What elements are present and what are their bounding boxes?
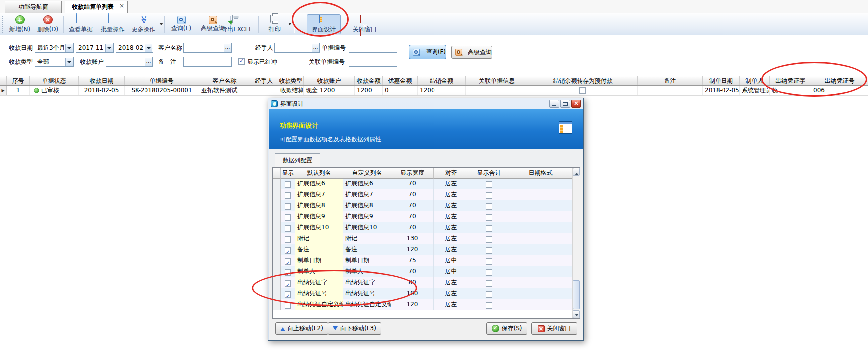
config-grid-row[interactable]: 备注 备注 120 居左 (273, 244, 572, 255)
visible-checkbox[interactable] (285, 181, 291, 188)
visible-checkbox[interactable] (285, 225, 291, 232)
table-row[interactable]: ▶ 1 已审核 2018-02-05 SK-20180205-00001 亚拓软… (0, 86, 868, 96)
date-preset-select[interactable]: 最近3个月 (35, 43, 74, 53)
column-header[interactable]: 制单人 (740, 76, 770, 85)
cell-align[interactable]: 居左 (434, 244, 469, 255)
config-grid-row[interactable]: 出纳凭证自定义编 出纳凭证自定义编 120 居左 (273, 299, 572, 310)
docno-input[interactable] (349, 43, 397, 52)
cell-align[interactable]: 居左 (434, 179, 469, 189)
ui-design-button[interactable]: 界面设计 (307, 14, 341, 34)
config-grid-row[interactable]: 扩展信息8 扩展信息8 70 居左 (273, 200, 572, 211)
cell-date-format[interactable] (509, 211, 572, 222)
column-header[interactable]: 收款日期 (79, 76, 125, 85)
chevron-down-icon[interactable] (159, 23, 163, 27)
date-to-select[interactable]: 2018-02-05 (116, 43, 153, 53)
visible-checkbox[interactable] (285, 258, 291, 265)
config-grid-row[interactable]: 扩展信息9 扩展信息9 70 居左 (273, 211, 572, 222)
column-header[interactable]: 序号 (7, 76, 30, 85)
cell-align[interactable]: 居中 (434, 255, 469, 266)
close-window-button[interactable]: 关闭窗口 (349, 14, 381, 34)
show-total-checkbox[interactable] (486, 192, 492, 199)
visible-checkbox[interactable] (285, 236, 291, 243)
cell-date-format[interactable] (509, 233, 572, 244)
cell-custom-name[interactable]: 扩展信息6 (343, 179, 391, 189)
column-header[interactable]: 备注 (638, 76, 703, 85)
cell-custom-name[interactable]: 制单人 (343, 266, 391, 277)
cell-align[interactable]: 居左 (434, 288, 469, 299)
config-grid-row[interactable]: 制单日期 制单日期 75 居中 (273, 255, 572, 266)
cell-default-name[interactable]: 扩展信息7 (295, 189, 343, 200)
add-button[interactable]: 新增(N) (7, 14, 33, 34)
cell-date-format[interactable] (509, 255, 572, 266)
cell-default-name[interactable]: 出纳凭证号 (295, 288, 343, 299)
lookup-ellipsis-icon[interactable]: … (145, 58, 152, 66)
tab-receipt-settlement-list[interactable]: 收款结算单列表 × (65, 1, 128, 13)
lookup-ellipsis-icon[interactable]: … (224, 44, 231, 52)
show-red-checkbox[interactable] (238, 58, 245, 65)
show-total-checkbox[interactable] (486, 280, 492, 287)
cell-width[interactable]: 70 (391, 222, 434, 233)
config-grid-row[interactable]: 出纳凭证字 出纳凭证字 80 居左 (273, 277, 572, 288)
cell-custom-name[interactable]: 附记 (343, 233, 391, 244)
cell-default-name[interactable]: 备注 (295, 244, 343, 255)
save-button[interactable]: 保存(S) (486, 322, 527, 335)
column-header[interactable]: 对齐 (434, 168, 469, 179)
cell-custom-name[interactable]: 备注 (343, 244, 391, 255)
column-header[interactable]: 显示 (281, 168, 295, 179)
view-doc-button[interactable]: 查看单据 (66, 14, 96, 34)
scrollbar-thumb[interactable] (573, 280, 580, 309)
cell-custom-name[interactable]: 扩展信息10 (343, 222, 391, 233)
cell-align[interactable]: 居左 (434, 233, 469, 244)
batch-ops-button[interactable]: 批量操作 (98, 14, 128, 34)
cell-default-name[interactable]: 扩展信息8 (295, 200, 343, 211)
cell-date-format[interactable] (509, 244, 572, 255)
delete-button[interactable]: 删除(D) (35, 14, 61, 34)
column-header[interactable]: 客户名称 (199, 76, 250, 85)
visible-checkbox[interactable] (285, 291, 291, 298)
query-filter-button[interactable]: 查询(F) (409, 45, 446, 59)
show-total-checkbox[interactable] (486, 203, 492, 210)
visible-checkbox[interactable] (285, 280, 291, 287)
column-header[interactable]: 显示合计 (469, 168, 509, 179)
cell-width[interactable]: 75 (391, 255, 434, 266)
move-down-button[interactable]: 向下移动(F3) (328, 322, 381, 335)
dropdown-arrow-icon[interactable] (145, 44, 152, 52)
visible-checkbox[interactable] (285, 269, 291, 276)
dropdown-arrow-icon[interactable] (65, 58, 73, 66)
query-button[interactable]: 查询(F) (167, 14, 195, 34)
print-button[interactable]: 打印 (263, 14, 286, 34)
column-header[interactable]: 日期格式 (509, 168, 572, 179)
cell-custom-name[interactable]: 扩展信息9 (343, 211, 391, 222)
tab-data-columns[interactable]: 数据列配置 (275, 153, 320, 167)
move-up-button[interactable]: 向上移动(F2) (275, 322, 328, 335)
show-total-checkbox[interactable] (486, 247, 492, 254)
cell-default-name[interactable]: 出纳凭证自定义编 (295, 299, 343, 310)
cell-custom-name[interactable]: 制单日期 (343, 255, 391, 266)
close-icon[interactable]: × (571, 100, 581, 108)
column-header[interactable]: 结销余额转存为预付款 (528, 76, 638, 85)
column-header[interactable]: 收款类型 (278, 76, 304, 85)
scrollbar[interactable] (572, 168, 580, 318)
cell-width[interactable]: 120 (391, 299, 434, 310)
date-from-select[interactable]: 2017-11-05 (76, 43, 114, 53)
column-header[interactable]: 收款金额 (355, 76, 383, 85)
cell-custom-name[interactable]: 出纳凭证自定义编 (343, 299, 391, 310)
cell-align[interactable]: 居左 (434, 222, 469, 233)
cell-align[interactable]: 居中 (434, 266, 469, 277)
cell-date-format[interactable] (509, 189, 572, 200)
cell-date-format[interactable] (509, 179, 572, 189)
show-total-checkbox[interactable] (486, 269, 492, 276)
column-header[interactable]: 优惠金额 (383, 76, 418, 85)
config-grid-row[interactable]: 扩展信息10 扩展信息10 70 居左 (273, 222, 572, 233)
cell-width[interactable]: 130 (391, 233, 434, 244)
tab-close-icon[interactable]: × (118, 3, 125, 10)
cell-align[interactable]: 居左 (434, 211, 469, 222)
cell-align[interactable]: 居左 (434, 200, 469, 211)
cell-align[interactable]: 居左 (434, 299, 469, 310)
column-header[interactable]: 单据编号 (125, 76, 199, 85)
tab-function-nav[interactable]: 功能导航窗 (5, 1, 62, 13)
chevron-down-icon[interactable] (288, 23, 292, 27)
dropdown-arrow-icon[interactable] (65, 44, 73, 52)
show-total-checkbox[interactable] (486, 214, 492, 221)
dialog-titlebar[interactable]: 界面设计 × (268, 98, 583, 109)
